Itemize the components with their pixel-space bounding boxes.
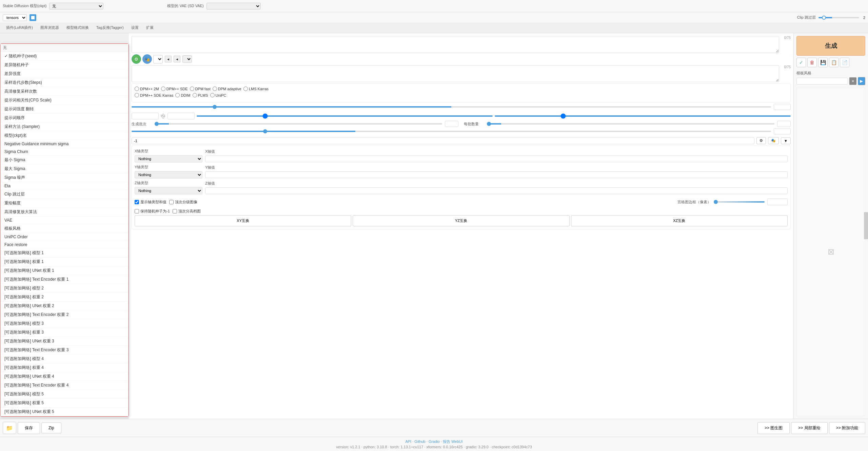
- dropdown-item-net3[interactable]: [可选附加网络] 模型 3: [0, 319, 129, 328]
- dropdown-item-prompt-strength[interactable]: 提示词强度 翻转: [0, 105, 129, 114]
- dropdown-item-sampler[interactable]: 采样方法 (Sampler): [0, 123, 129, 131]
- sampler-ddim[interactable]: DDIM: [175, 93, 190, 97]
- dropdown-item-model[interactable]: 模型(ckpt)名: [0, 131, 129, 140]
- sampler-dpmfast[interactable]: DPM fast: [190, 87, 211, 91]
- cfg-value[interactable]: 7: [774, 128, 791, 134]
- inpaint-button[interactable]: >> 局部重绘: [791, 422, 827, 434]
- z-type-select[interactable]: Nothing: [135, 187, 202, 194]
- paste-btn[interactable]: 📄: [840, 58, 849, 67]
- dropdown-item-unet1[interactable]: [可选附加网络] UNet 权重 1: [0, 266, 129, 275]
- dropdown-item-diff-strength[interactable]: 差异强度: [0, 70, 129, 78]
- dropdown-item-net2[interactable]: [可选附加网络] 模型 2: [0, 284, 129, 293]
- dropdown-item-net1[interactable]: [可选附加网络] 模型 1: [0, 249, 129, 258]
- template-input[interactable]: [796, 78, 848, 84]
- tab-gallery[interactable]: 图库浏览器: [37, 23, 62, 33]
- positive-prompt-input[interactable]: [132, 36, 779, 53]
- z-value-input[interactable]: [205, 187, 788, 194]
- each-slider[interactable]: [487, 123, 774, 125]
- height-slider[interactable]: [495, 115, 791, 117]
- sampler-dpmadaptive[interactable]: DPM adaptive: [213, 87, 241, 91]
- dropdown-item-steps[interactable]: 采样迭代步数(Steps): [0, 78, 129, 87]
- negative-prompt-input[interactable]: [132, 65, 779, 82]
- dropdown-item-weight2[interactable]: [可选附加网络] 权重 2: [0, 293, 129, 302]
- generate-button[interactable]: 生成: [796, 36, 865, 56]
- tab-convert[interactable]: 模型格式转换: [63, 23, 92, 33]
- dropdown-item-vae[interactable]: VAE: [0, 217, 129, 224]
- x-type-select[interactable]: Nothing: [135, 155, 202, 163]
- lora-btn-2[interactable]: 🎭: [142, 54, 152, 64]
- lora-dropdown[interactable]: [153, 55, 163, 63]
- steps-value[interactable]: 20: [774, 104, 791, 110]
- footer-github-link[interactable]: Github: [414, 439, 425, 444]
- dropdown-item-face[interactable]: Face restore: [0, 241, 129, 249]
- margin-slider[interactable]: [714, 201, 765, 203]
- dropdown-item-te4[interactable]: [可选附加网络] Text Encoder 权重 4: [0, 381, 129, 390]
- dropdown-item-hires-algo[interactable]: 高清修复放大算法: [0, 208, 129, 217]
- link-icon[interactable]: ⛗: [161, 113, 165, 119]
- right-triangle-btn[interactable]: ◄: [174, 56, 180, 62]
- dropdown-item-clip[interactable]: Clip 跳过层: [0, 190, 129, 199]
- copy-btn[interactable]: 📋: [829, 58, 839, 67]
- dropdown-item-min-sigma[interactable]: 最小 Sigma: [0, 156, 129, 165]
- dropdown-item-weight1[interactable]: [可选附加网络] 权重 1: [0, 258, 129, 266]
- x-value-input[interactable]: [205, 155, 788, 162]
- tab-settings[interactable]: 设置: [128, 23, 142, 33]
- dropdown-item-te3[interactable]: [可选附加网络] Text Encoder 权重 3: [0, 346, 129, 355]
- dropdown-item-unet4[interactable]: [可选附加网络] UNet 权重 4: [0, 372, 129, 381]
- next-high-checkbox[interactable]: 顶次分高档图: [173, 209, 201, 214]
- dropdown-item-prompt-order[interactable]: 提示词顺序: [0, 114, 129, 123]
- dropdown-item-seed[interactable]: 随机种子(seed): [0, 52, 129, 61]
- dropdown-item-weight3[interactable]: [可选附加网络] 权重 3: [0, 328, 129, 337]
- sampler-lmskarras[interactable]: LMS Karras: [243, 87, 269, 91]
- show-axes-checkbox[interactable]: 显示轴类型和值: [135, 200, 166, 205]
- next-sub-checkbox[interactable]: 顶次分级图像: [169, 200, 197, 205]
- check-btn[interactable]: ✓: [796, 58, 806, 67]
- template-apply-btn[interactable]: ▶: [858, 77, 866, 85]
- keep-seed-checkbox[interactable]: 保持随机种子为-1: [135, 209, 170, 214]
- sampler-dpmsde[interactable]: DPM++ SDE: [161, 87, 188, 91]
- dropdown-item-eta[interactable]: Eta: [0, 182, 129, 190]
- model-select[interactable]: 无: [49, 3, 103, 10]
- sampler-unipc[interactable]: UniPC: [210, 93, 226, 97]
- clip-slider[interactable]: [818, 17, 859, 18]
- zip-button[interactable]: Zip: [41, 422, 61, 433]
- dropdown-item-max-sigma[interactable]: 最大 Sigma: [0, 165, 129, 173]
- dropdown-item-hires-steps[interactable]: 高清修复采样次数: [0, 87, 129, 96]
- left-triangle-btn[interactable]: ◄: [165, 56, 172, 62]
- footer-report-link[interactable]: 报告 WebUI: [443, 439, 462, 444]
- save-btn[interactable]: 💾: [818, 58, 828, 67]
- tab-extensions[interactable]: 扩展: [143, 23, 157, 33]
- y-value-input[interactable]: [205, 171, 788, 178]
- yz-exchange-btn[interactable]: YZ互换: [353, 215, 569, 226]
- width-input[interactable]: 512: [132, 113, 159, 119]
- dropdown-item-sigma-churn[interactable]: Sigma Churn: [0, 148, 129, 156]
- tensors-select[interactable]: tensors: [3, 14, 27, 21]
- footer-gradio-link[interactable]: Gradio: [429, 439, 440, 444]
- xy-exchange-btn[interactable]: XY互换: [135, 215, 351, 226]
- scroll-handle[interactable]: [864, 212, 868, 239]
- cfg-slider[interactable]: [132, 131, 771, 132]
- steps-slider[interactable]: [132, 106, 771, 108]
- seed-dropdown-btn[interactable]: ▼: [781, 137, 791, 144]
- batch-slider[interactable]: [155, 123, 442, 125]
- batch-value[interactable]: 1: [445, 121, 458, 127]
- dropdown-item-net4[interactable]: [可选附加网络] 模型 4: [0, 355, 129, 363]
- dropdown-item-unipc[interactable]: UniPC Order: [0, 233, 129, 241]
- save-button[interactable]: 保存: [18, 422, 40, 434]
- dropdown-item-te1[interactable]: [可选附加网络] Text Encoder 权重 1: [0, 275, 129, 284]
- dropdown-item-sigma-noise[interactable]: Sigma 噪声: [0, 173, 129, 182]
- vae-select[interactable]: [206, 3, 261, 10]
- dropdown-item-unet3[interactable]: [可选附加网络] UNet 权重 3: [0, 337, 129, 346]
- each-value[interactable]: 1: [777, 121, 791, 127]
- width-slider[interactable]: [197, 115, 493, 117]
- xz-exchange-btn[interactable]: XZ互换: [571, 215, 788, 226]
- lora-gear-btn[interactable]: ⚙: [756, 137, 766, 144]
- dropdown-item-denoising[interactable]: 重绘幅度: [0, 199, 129, 208]
- dropdown-item-diff-seed[interactable]: 差异随机种子: [0, 61, 129, 70]
- dropdown-item-net5[interactable]: [可选附加网络] 模型 5: [0, 390, 129, 399]
- extra-select[interactable]: [182, 55, 192, 63]
- dropdown-item-te2[interactable]: [可选附加网络] Text Encoder 权重 2: [0, 311, 129, 319]
- footer-api-link[interactable]: API: [405, 439, 411, 444]
- dropdown-item-weight4[interactable]: [可选附加网络] 权重 4: [0, 363, 129, 372]
- dropdown-item-neg-sigma[interactable]: Negative Guidance minimum sigma: [0, 140, 129, 148]
